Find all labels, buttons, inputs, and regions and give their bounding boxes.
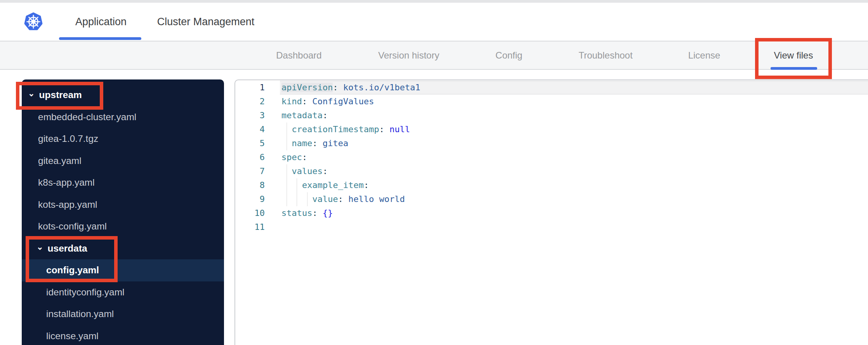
code-text xyxy=(265,220,868,234)
file-tree-item-label: kots-app.yaml xyxy=(38,199,97,210)
line-number: 1 xyxy=(235,81,265,95)
file-tree-file-k8s-app-yaml[interactable]: k8s-app.yaml xyxy=(22,172,224,194)
code-line-10[interactable]: 10status: {} xyxy=(235,206,868,220)
code-text: metadata: xyxy=(265,109,868,122)
view-files-underline xyxy=(771,67,817,70)
line-number: 10 xyxy=(235,206,265,220)
app-subnav: Dashboard Version history Config Trouble… xyxy=(0,41,868,70)
code-text: kind: ConfigValues xyxy=(265,95,868,109)
file-tree-file-embedded-cluster-yaml[interactable]: embedded-cluster.yaml xyxy=(22,106,224,128)
tab-dashboard[interactable]: Dashboard xyxy=(276,50,321,61)
tab-application[interactable]: Application xyxy=(75,16,127,28)
line-number: 9 xyxy=(235,192,265,206)
code-line-2[interactable]: 2kind: ConfigValues xyxy=(235,95,868,109)
code-line-11[interactable]: 11 xyxy=(235,220,868,234)
tab-version-history[interactable]: Version history xyxy=(378,50,439,61)
code-line-8[interactable]: 8example_item: xyxy=(235,178,868,192)
file-tree-item-label: identityconfig.yaml xyxy=(46,287,125,298)
code-text: status: {} xyxy=(265,206,868,220)
file-tree-file-license-yaml[interactable]: license.yaml xyxy=(22,325,224,345)
file-tree-file-gitea-yaml[interactable]: gitea.yaml xyxy=(22,150,224,172)
code-text: example_item: xyxy=(265,178,868,192)
tab-config[interactable]: Config xyxy=(495,50,522,61)
indent-guides xyxy=(281,192,312,206)
top-strip xyxy=(0,0,868,3)
indent-guides xyxy=(281,122,292,136)
file-tree-item-label: upstream xyxy=(39,90,82,100)
file-tree-item-label: config.yaml xyxy=(46,265,99,276)
file-viewer[interactable]: 1apiVersion: kots.io/v1beta12kind: Confi… xyxy=(234,79,868,345)
file-tree-item-label: installation.yaml xyxy=(46,309,114,319)
line-number: 3 xyxy=(235,109,265,122)
line-number: 7 xyxy=(235,164,265,178)
file-tree-file-kots-config-yaml[interactable]: kots-config.yaml xyxy=(22,216,224,238)
file-tree-sidebar[interactable]: ⌄upstreamembedded-cluster.yamlgitea-1.0.… xyxy=(22,79,224,345)
chevron-down-icon: ⌄ xyxy=(36,242,43,252)
code-text: value: hello world xyxy=(265,192,868,206)
file-tree-item-label: k8s-app.yaml xyxy=(38,177,95,188)
chevron-down-icon: ⌄ xyxy=(28,89,35,98)
line-number: 5 xyxy=(235,136,265,150)
line-number: 6 xyxy=(235,150,265,164)
file-tree-folder-upstream[interactable]: ⌄upstream xyxy=(22,84,224,106)
indent-guides xyxy=(281,136,292,150)
line-number: 11 xyxy=(235,220,265,234)
code-lines: 1apiVersion: kots.io/v1beta12kind: Confi… xyxy=(235,80,868,234)
line-number: 4 xyxy=(235,122,265,136)
code-line-4[interactable]: 4creationTimestamp: null xyxy=(235,122,868,136)
file-tree-folder-userdata[interactable]: ⌄userdata xyxy=(22,238,224,260)
code-line-6[interactable]: 6spec: xyxy=(235,150,868,164)
file-tree: ⌄upstreamembedded-cluster.yamlgitea-1.0.… xyxy=(22,79,224,345)
tab-troubleshoot[interactable]: Troubleshoot xyxy=(578,50,632,61)
file-tree-item-label: embedded-cluster.yaml xyxy=(38,112,136,122)
ship-wheel-icon xyxy=(27,16,40,28)
code-text: creationTimestamp: null xyxy=(265,122,868,136)
file-tree-item-label: gitea-1.0.7.tgz xyxy=(38,133,98,144)
file-tree-file-gitea-1-0-7-tgz[interactable]: gitea-1.0.7.tgz xyxy=(22,128,224,150)
file-tree-file-identityconfig-yaml[interactable]: identityconfig.yaml xyxy=(22,281,224,304)
file-tree-file-kots-app-yaml[interactable]: kots-app.yaml xyxy=(22,194,224,216)
code-text: spec: xyxy=(265,150,868,164)
tab-view-files[interactable]: View files xyxy=(774,50,813,61)
file-tree-item-label: gitea.yaml xyxy=(38,155,82,166)
indent-guides xyxy=(281,178,302,192)
code-text: values: xyxy=(265,164,868,178)
tab-license[interactable]: License xyxy=(688,50,720,61)
code-line-9[interactable]: 9value: hello world xyxy=(235,192,868,206)
file-tree-item-label: kots-config.yaml xyxy=(38,221,107,232)
file-tree-file-installation-yaml[interactable]: installation.yaml xyxy=(22,303,224,325)
code-text: apiVersion: kots.io/v1beta1 xyxy=(265,81,868,95)
line-number: 8 xyxy=(235,178,265,192)
code-text: name: gitea xyxy=(265,136,868,150)
indent-guides xyxy=(281,164,292,178)
file-tree-item-label: license.yaml xyxy=(46,331,99,342)
code-line-7[interactable]: 7values: xyxy=(235,164,868,178)
file-tree-file-config-yaml[interactable]: config.yaml xyxy=(22,259,224,281)
line-number: 2 xyxy=(235,95,265,109)
tab-cluster-management[interactable]: Cluster Management xyxy=(157,16,255,28)
file-tree-item-label: userdata xyxy=(48,243,87,254)
code-line-3[interactable]: 3metadata: xyxy=(235,109,868,122)
app-header: Application Cluster Management xyxy=(0,3,868,41)
code-line-1[interactable]: 1apiVersion: kots.io/v1beta1 xyxy=(235,81,868,95)
code-line-5[interactable]: 5name: gitea xyxy=(235,136,868,150)
active-tab-underline xyxy=(59,37,141,40)
kubernetes-logo xyxy=(24,10,43,33)
